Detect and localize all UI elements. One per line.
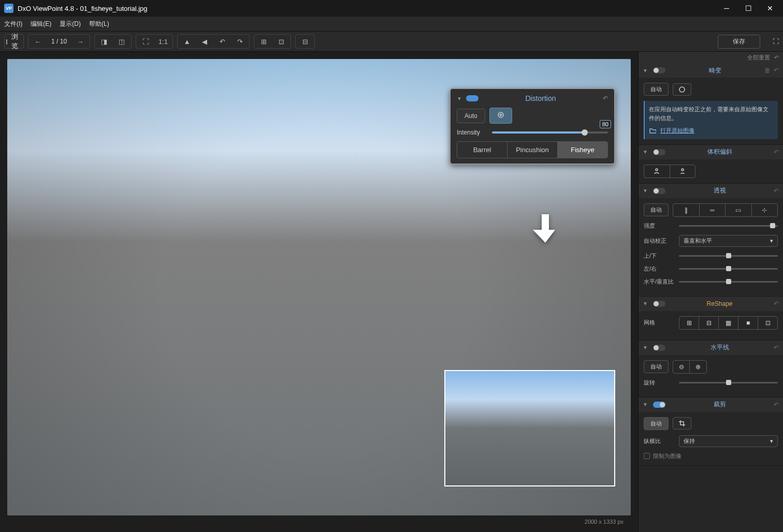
- persp-tool-8pt[interactable]: ⊹: [752, 204, 778, 216]
- maximize-button[interactable]: ☐: [744, 4, 753, 13]
- rotate-label: 旋转: [644, 379, 675, 387]
- open-original-link[interactable]: 打开原始图像: [649, 126, 774, 135]
- persp-tool-rect[interactable]: ▭: [726, 204, 752, 216]
- grid-solid[interactable]: ■: [738, 317, 758, 329]
- constrain-checkbox[interactable]: [644, 453, 650, 459]
- chevron-down-icon[interactable]: ▼: [643, 68, 649, 73]
- chevron-down-icon[interactable]: ▼: [643, 301, 649, 306]
- minimize-button[interactable]: ─: [722, 4, 731, 13]
- menu-help[interactable]: 帮助(L): [89, 20, 109, 28]
- close-button[interactable]: ✕: [765, 4, 775, 13]
- perspective-title: 透视: [670, 186, 770, 195]
- chevron-down-icon[interactable]: ▼: [643, 149, 649, 155]
- compare-split-button[interactable]: ◫: [113, 35, 130, 48]
- persp-updown-slider[interactable]: [679, 255, 778, 257]
- perspective-auto-button[interactable]: 自动: [644, 203, 669, 216]
- panel-toggle[interactable]: [466, 95, 479, 101]
- collapse-icon[interactable]: ▼: [457, 96, 462, 101]
- persp-intensity-slider[interactable]: [679, 225, 778, 227]
- grid-custom[interactable]: ⊡: [758, 317, 777, 329]
- crop-auto-button[interactable]: 自动: [644, 417, 669, 430]
- tab-barrel[interactable]: Barrel: [457, 142, 508, 158]
- grid-3x3[interactable]: ⊞: [679, 317, 699, 329]
- tab-fisheye[interactable]: Fisheye: [558, 142, 607, 158]
- menu-file[interactable]: 文件(I): [4, 20, 22, 28]
- panel-perspective: ▼ 透视 ↶ 自动 ‖ ═ ▭ ⊹ 强度: [639, 184, 783, 297]
- rotate-left-button[interactable]: ↶: [214, 35, 230, 48]
- menu-view[interactable]: 显示(D): [60, 20, 81, 28]
- intensity-value: 80: [600, 120, 611, 128]
- save-button[interactable]: 保存: [718, 35, 760, 49]
- next-image-button[interactable]: →: [72, 35, 89, 48]
- info-button[interactable]: ⊟: [297, 35, 313, 48]
- ratio-select[interactable]: 保持▾: [679, 435, 778, 447]
- panel-distortion: ▼ 畸变 🗑↶ 自动 在应用自动畸变校正之前，需要来自原始图像文件的信息。 打开…: [639, 63, 783, 145]
- persp-tool-horizontal[interactable]: ═: [700, 204, 726, 216]
- volume-mode-a[interactable]: [644, 165, 670, 178]
- panel-reshape: ▼ ReShape ↶ 网格 ⊞ ⊟ ▦ ■ ⊡: [639, 297, 783, 341]
- rotate-right-button[interactable]: ↷: [231, 35, 248, 48]
- horizon-auto-button[interactable]: 自动: [644, 360, 669, 373]
- reset-icon[interactable]: ↶: [774, 67, 779, 74]
- prev-image-button[interactable]: ←: [30, 35, 46, 48]
- image-canvas[interactable]: ▼ Distortion ↶ Auto Intensity: [7, 59, 631, 515]
- overlay-auto-button[interactable]: Auto: [457, 109, 485, 123]
- chevron-down-icon[interactable]: ▼: [643, 345, 649, 350]
- flip-h-button[interactable]: ▲: [179, 35, 195, 48]
- arrow-down-icon: [532, 214, 558, 247]
- reset-icon[interactable]: ↶: [774, 300, 779, 307]
- intensity-label: Intensity: [457, 129, 488, 136]
- reset-icon[interactable]: ↶: [774, 401, 779, 408]
- svg-point-1: [679, 87, 685, 92]
- fullscreen-button[interactable]: ⛶: [773, 38, 779, 45]
- crop-icon: [678, 420, 686, 427]
- overlay-manual-button[interactable]: [489, 108, 512, 124]
- intensity-label: 强度: [644, 222, 675, 230]
- horizon-toggle[interactable]: [653, 345, 665, 351]
- grid-button[interactable]: ⊞: [255, 35, 272, 48]
- crop-toggle[interactable]: [653, 402, 665, 408]
- svg-point-3: [682, 169, 684, 171]
- distortion-auto-button[interactable]: 自动: [644, 83, 669, 96]
- persp-tool-vertical[interactable]: ‖: [673, 204, 700, 216]
- flip-v-button[interactable]: ◀: [196, 35, 213, 48]
- person-icon: [679, 168, 686, 175]
- volume-toggle[interactable]: [653, 149, 665, 155]
- reset-all-button[interactable]: 全部重置: [747, 54, 770, 62]
- menu-edit[interactable]: 编辑(E): [31, 20, 51, 28]
- browse-button[interactable]: 浏览: [6, 35, 22, 48]
- persp-leftright-slider[interactable]: [679, 268, 778, 270]
- crop-manual-button[interactable]: [673, 417, 691, 430]
- fit-button[interactable]: ⛶: [137, 35, 154, 48]
- grid-5x5[interactable]: ▦: [719, 317, 738, 329]
- perspective-toggle[interactable]: [653, 188, 665, 194]
- chevron-down-icon[interactable]: ▼: [643, 402, 649, 407]
- autocorrect-select[interactable]: 垂直和水平▾: [679, 235, 778, 247]
- reshape-toggle[interactable]: [653, 301, 665, 307]
- undo-icon[interactable]: ↶: [603, 95, 608, 102]
- reset-icon[interactable]: ↶: [774, 54, 779, 61]
- horizon-rotate-slider[interactable]: [679, 382, 778, 383]
- reset-icon[interactable]: ↶: [774, 149, 779, 156]
- svg-point-2: [656, 169, 658, 171]
- loupe-button[interactable]: ⊡: [273, 35, 289, 48]
- menu-bar: 文件(I) 编辑(E) 显示(D) 帮助(L): [0, 17, 783, 31]
- intensity-slider[interactable]: 80: [492, 131, 608, 134]
- horizon-tool-vertical[interactable]: ⊕: [690, 361, 706, 373]
- leftright-label: 左/右: [644, 265, 675, 273]
- reset-icon[interactable]: ↶: [774, 344, 779, 351]
- delete-icon[interactable]: 🗑: [764, 67, 771, 74]
- tab-pincushion[interactable]: Pincushion: [508, 142, 558, 158]
- chevron-down-icon[interactable]: ▼: [643, 188, 649, 194]
- zoom-1to1-button[interactable]: 1:1: [155, 35, 171, 48]
- grid-4x4[interactable]: ⊟: [699, 317, 719, 329]
- volume-title: 体积偏斜: [670, 147, 770, 156]
- volume-mode-b[interactable]: [670, 165, 695, 178]
- distortion-manual-button[interactable]: [673, 83, 691, 96]
- folder-icon: [649, 127, 656, 134]
- distortion-toggle[interactable]: [653, 67, 665, 73]
- reset-icon[interactable]: ↶: [774, 187, 779, 195]
- persp-hvratio-slider[interactable]: [679, 281, 778, 283]
- compare-side-button[interactable]: ◨: [96, 35, 112, 48]
- horizon-tool-level[interactable]: ⊖: [673, 361, 690, 373]
